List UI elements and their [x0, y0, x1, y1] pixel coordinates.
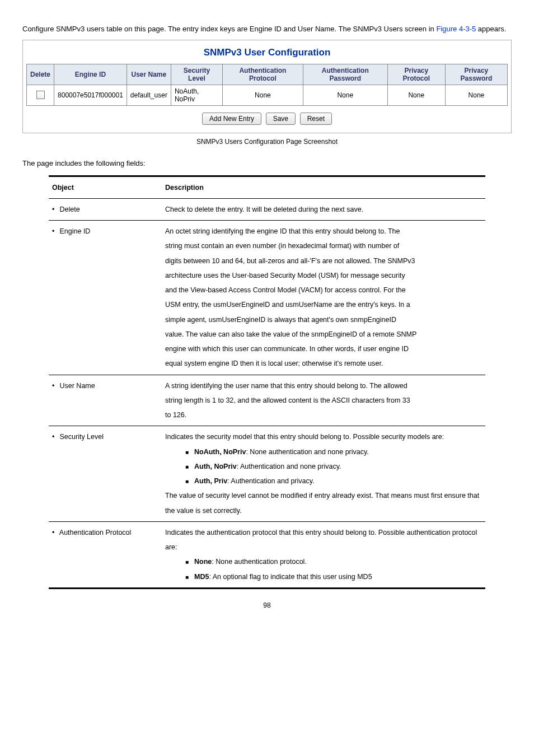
field-label: Authentication Protocol — [59, 529, 132, 536]
fields-intro: The page includes the following fields: — [22, 159, 512, 167]
save-button[interactable]: Save — [266, 113, 296, 125]
cell-auth-protocol: None — [223, 85, 303, 105]
cell-auth-password: None — [303, 85, 387, 105]
field-label: Delete — [59, 206, 79, 213]
figure-link[interactable]: Figure 4-3-5 — [436, 25, 476, 33]
button-row: Add New Entry Save Reset — [26, 113, 508, 125]
header-description: Description — [162, 176, 485, 198]
intro-text: Configure SNMPv3 users table on this pag… — [22, 22, 512, 36]
col-auth-protocol: Authentication Protocol — [223, 64, 303, 85]
cell-priv-protocol: None — [387, 85, 445, 105]
cell-engine-id: 800007e5017f000001 — [54, 85, 127, 105]
col-security-level: Security Level — [171, 64, 222, 85]
cell-priv-password: None — [445, 85, 507, 105]
figure-caption: SNMPv3 Users Configuration Page Screensh… — [22, 138, 512, 146]
field-desc: Indicates the authentication protocol th… — [162, 521, 485, 588]
field-label: Engine ID — [59, 227, 90, 235]
intro-after: appears. — [476, 25, 506, 33]
field-row-engine-id: • Engine ID An octet string identifying … — [49, 221, 485, 375]
table-row: 800007e5017f000001 default_user NoAuth, … — [27, 85, 508, 105]
reset-button[interactable]: Reset — [300, 113, 332, 125]
panel-title: SNMPv3 User Configuration — [26, 47, 508, 58]
col-delete: Delete — [27, 64, 54, 85]
col-priv-protocol: Privacy Protocol — [387, 64, 445, 85]
col-auth-password: Authentication Password — [303, 64, 387, 85]
page-number: 98 — [22, 601, 512, 609]
users-table: Delete Engine ID User Name Security Leve… — [26, 64, 508, 106]
field-label: User Name — [59, 382, 95, 390]
fields-table: Object Description • Delete Check to del… — [49, 175, 485, 589]
field-row-auth-protocol: • Authentication Protocol Indicates the … — [49, 521, 485, 588]
fields-header: Object Description — [49, 176, 485, 198]
field-row-delete: • Delete Check to delete the entry. It w… — [49, 198, 485, 220]
add-new-entry-button[interactable]: Add New Entry — [202, 113, 261, 125]
col-priv-password: Privacy Password — [445, 64, 507, 85]
config-panel: SNMPv3 User Configuration Delete Engine … — [22, 40, 512, 133]
intro-before: Configure SNMPv3 users table on this pag… — [22, 25, 436, 33]
header-object: Object — [49, 176, 162, 198]
delete-checkbox[interactable] — [36, 91, 45, 99]
field-desc: Check to delete the entry. It will be de… — [162, 198, 485, 220]
field-desc: A string identifying the user name that … — [162, 375, 485, 426]
field-label: Security Level — [59, 433, 104, 441]
cell-user-name: default_user — [127, 85, 171, 105]
cell-security-level: NoAuth, NoPriv — [171, 85, 222, 105]
field-row-user-name: • User Name A string identifying the use… — [49, 375, 485, 426]
field-desc: An octet string identifying the engine I… — [162, 221, 485, 375]
field-desc: Indicates the security model that this e… — [162, 426, 485, 522]
field-row-security-level: • Security Level Indicates the security … — [49, 426, 485, 522]
col-user-name: User Name — [127, 64, 171, 85]
col-engine-id: Engine ID — [54, 64, 127, 85]
